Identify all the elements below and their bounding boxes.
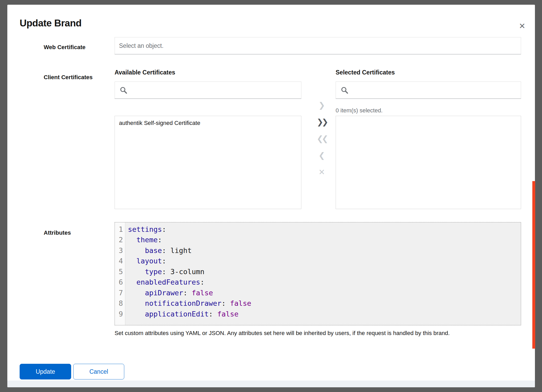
code-line: 9 applicationEdit: false [115, 309, 521, 319]
available-certificates-header: Available Certificates [115, 69, 175, 76]
code-line: 5 type: 3-column [115, 266, 521, 277]
close-icon: ✕ [519, 22, 525, 30]
available-search-box [115, 82, 301, 99]
cancel-button[interactable]: Cancel [73, 364, 124, 379]
code-text: enabledFeatures: [125, 278, 205, 286]
selected-count-status: 0 item(s) selected. [336, 107, 383, 114]
code-text: layout: [125, 257, 166, 265]
page-title: Update Brand [20, 18, 82, 29]
line-number: 5 [115, 268, 125, 276]
line-number: 4 [115, 257, 125, 265]
search-icon [341, 86, 348, 94]
code-line: 7 apiDrawer: false [115, 287, 521, 298]
dual-list-controls: ❯❯❯❮❮❮✕ [314, 97, 330, 181]
code-line: 1settings: [115, 224, 521, 235]
code-lines: 1settings:2 theme:3 base: light4 layout:… [115, 224, 521, 319]
modal-bottom-strip [7, 381, 535, 387]
line-number: 1 [115, 225, 125, 233]
line-number: 8 [115, 299, 125, 307]
move-all-left-button[interactable]: ❮❮ [314, 130, 330, 147]
attributes-help-text: Set custom attributes using YAML or JSON… [115, 330, 507, 337]
client-certificates-label: Client Certificates [44, 74, 93, 81]
code-text: theme: [125, 236, 162, 244]
move-selected-left-button[interactable]: ❮ [314, 147, 330, 164]
web-certificate-label: Web Certificate [44, 44, 86, 51]
clear-selected-button[interactable]: ✕ [314, 164, 330, 181]
move-selected-right-button[interactable]: ❯ [314, 97, 330, 114]
available-certificates-list: authentik Self-signed Certificate [115, 116, 301, 209]
line-number: 9 [115, 310, 125, 318]
code-line: 3 base: light [115, 245, 521, 256]
line-number: 2 [115, 236, 125, 244]
move-all-right-button[interactable]: ❯❯ [314, 114, 330, 130]
attributes-code-editor[interactable]: 1settings:2 theme:3 base: light4 layout:… [115, 222, 521, 325]
search-icon [120, 86, 127, 94]
line-number: 3 [115, 246, 125, 255]
code-line: 2 theme: [115, 235, 521, 245]
code-text: applicationEdit: false [125, 310, 239, 318]
update-brand-modal: Update Brand ✕ Web Certificate Select an… [7, 5, 535, 387]
selected-certificates-list [336, 116, 521, 209]
selected-search-box [336, 82, 521, 99]
code-text: notificationDrawer: false [125, 299, 251, 307]
selected-search-input[interactable] [352, 87, 521, 94]
attributes-label: Attributes [44, 229, 71, 236]
code-text: base: light [125, 246, 192, 255]
orange-accent-bar [532, 181, 535, 349]
code-line: 6 enabledFeatures: [115, 277, 521, 288]
web-certificate-placeholder: Select an object. [119, 42, 163, 49]
code-text: settings: [125, 225, 166, 233]
code-text: apiDrawer: false [125, 289, 213, 297]
code-text: type: 3-column [125, 268, 205, 276]
code-line: 4 layout: [115, 256, 521, 267]
line-number: 6 [115, 278, 125, 286]
web-certificate-select[interactable]: Select an object. [115, 37, 521, 54]
line-number: 7 [115, 289, 125, 297]
code-line: 8 notificationDrawer: false [115, 298, 521, 309]
update-button[interactable]: Update [20, 364, 71, 379]
selected-certificates-header: Selected Certificates [336, 69, 395, 76]
available-search-input[interactable] [131, 87, 301, 94]
close-button[interactable]: ✕ [516, 20, 528, 32]
list-item[interactable]: authentik Self-signed Certificate [115, 116, 301, 130]
